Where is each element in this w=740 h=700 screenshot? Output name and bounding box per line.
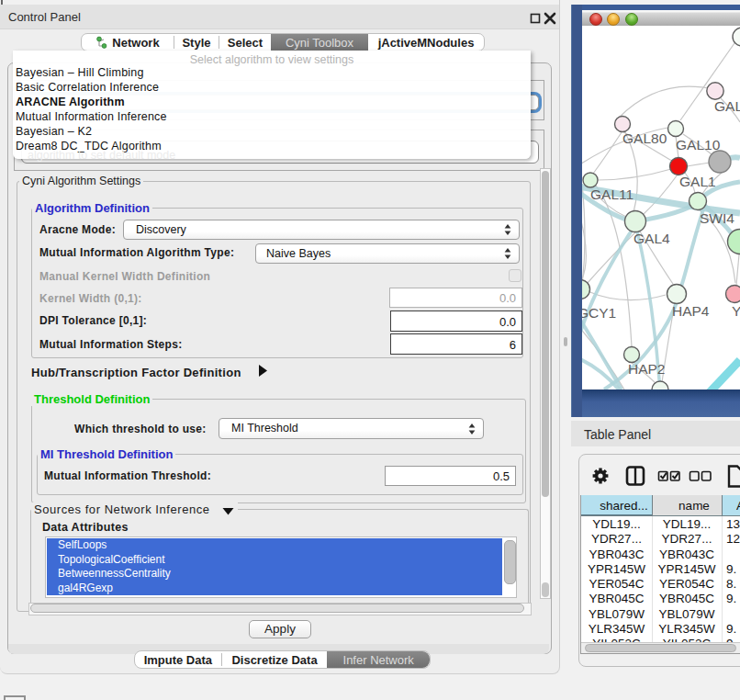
svg-text:GAL10: GAL10 xyxy=(676,137,721,152)
svg-text:Y: Y xyxy=(732,303,740,319)
svg-text:SWI4: SWI4 xyxy=(700,210,734,226)
svg-text:HAP2: HAP2 xyxy=(628,361,666,377)
svg-text:HAP4: HAP4 xyxy=(672,303,710,319)
svg-text:GCY1: GCY1 xyxy=(582,305,616,321)
svg-text:GAL4: GAL4 xyxy=(633,231,670,246)
svg-text:GAL80: GAL80 xyxy=(622,130,667,146)
svg-text:GAL7: GAL7 xyxy=(714,98,740,114)
svg-text:GAL11: GAL11 xyxy=(590,186,633,202)
svg-text:GAL1: GAL1 xyxy=(679,174,716,189)
